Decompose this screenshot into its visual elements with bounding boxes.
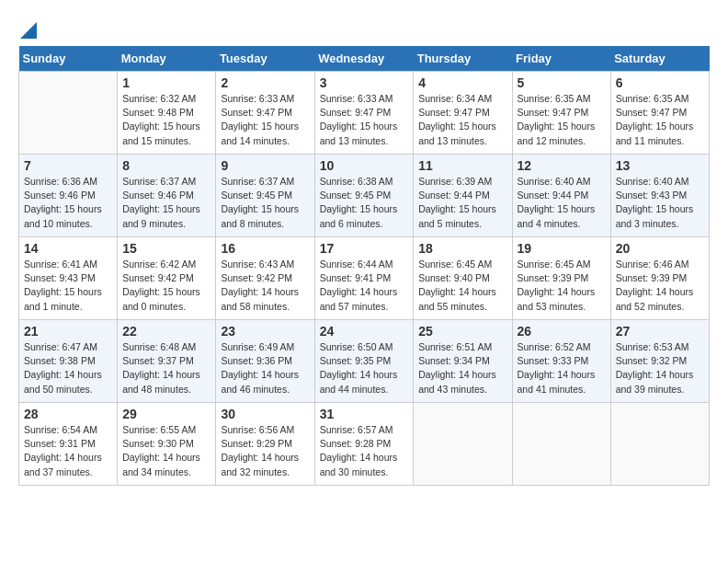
- day-number: 15: [122, 241, 210, 256]
- day-number: 25: [418, 324, 506, 339]
- day-info: Sunrise: 6:54 AM Sunset: 9:31 PM Dayligh…: [24, 423, 112, 479]
- calendar-day-cell: 21Sunrise: 6:47 AM Sunset: 9:38 PM Dayli…: [19, 320, 118, 403]
- day-info: Sunrise: 6:38 AM Sunset: 9:45 PM Dayligh…: [320, 175, 409, 231]
- calendar-day-cell: 4Sunrise: 6:34 AM Sunset: 9:47 PM Daylig…: [414, 72, 512, 155]
- day-info: Sunrise: 6:57 AM Sunset: 9:28 PM Dayligh…: [320, 423, 409, 479]
- day-info: Sunrise: 6:44 AM Sunset: 9:41 PM Dayligh…: [320, 258, 409, 314]
- calendar-day-cell: 10Sunrise: 6:38 AM Sunset: 9:45 PM Dayli…: [314, 155, 414, 237]
- calendar-week-row: 7Sunrise: 6:36 AM Sunset: 9:46 PM Daylig…: [19, 155, 710, 237]
- calendar-day-cell: 14Sunrise: 6:41 AM Sunset: 9:43 PM Dayli…: [19, 237, 118, 320]
- day-of-week-header: Wednesday: [314, 46, 414, 72]
- day-number: 2: [221, 75, 309, 90]
- day-number: 16: [221, 241, 309, 256]
- day-number: 22: [122, 324, 210, 339]
- calendar-day-cell: 25Sunrise: 6:51 AM Sunset: 9:34 PM Dayli…: [414, 320, 512, 403]
- calendar-day-cell: 6Sunrise: 6:35 AM Sunset: 9:47 PM Daylig…: [610, 72, 709, 155]
- calendar-header-row: SundayMondayTuesdayWednesdayThursdayFrid…: [19, 46, 710, 72]
- day-info: Sunrise: 6:37 AM Sunset: 9:45 PM Dayligh…: [221, 175, 309, 231]
- day-info: Sunrise: 6:41 AM Sunset: 9:43 PM Dayligh…: [24, 258, 112, 314]
- day-of-week-header: Tuesday: [216, 46, 314, 72]
- day-info: Sunrise: 6:48 AM Sunset: 9:37 PM Dayligh…: [122, 340, 210, 396]
- day-number: 20: [616, 241, 704, 256]
- day-info: Sunrise: 6:35 AM Sunset: 9:47 PM Dayligh…: [616, 92, 704, 148]
- day-number: 11: [418, 158, 506, 173]
- calendar-day-cell: 9Sunrise: 6:37 AM Sunset: 9:45 PM Daylig…: [216, 155, 314, 237]
- day-info: Sunrise: 6:46 AM Sunset: 9:39 PM Dayligh…: [616, 258, 704, 314]
- day-number: 1: [122, 75, 210, 90]
- day-info: Sunrise: 6:36 AM Sunset: 9:46 PM Dayligh…: [24, 175, 112, 231]
- day-info: Sunrise: 6:33 AM Sunset: 9:47 PM Dayligh…: [320, 92, 409, 148]
- calendar-day-cell: 11Sunrise: 6:39 AM Sunset: 9:44 PM Dayli…: [414, 155, 512, 237]
- day-info: Sunrise: 6:35 AM Sunset: 9:47 PM Dayligh…: [518, 92, 606, 148]
- day-number: 19: [518, 241, 606, 256]
- day-number: 24: [320, 324, 409, 339]
- day-info: Sunrise: 6:52 AM Sunset: 9:33 PM Dayligh…: [518, 340, 606, 396]
- day-number: 6: [616, 75, 704, 90]
- day-of-week-header: Friday: [512, 46, 610, 72]
- day-number: 17: [320, 241, 409, 256]
- calendar-day-cell: 8Sunrise: 6:37 AM Sunset: 9:46 PM Daylig…: [118, 155, 216, 237]
- calendar-day-cell: 17Sunrise: 6:44 AM Sunset: 9:41 PM Dayli…: [314, 237, 414, 320]
- day-number: 8: [122, 158, 210, 173]
- day-info: Sunrise: 6:50 AM Sunset: 9:35 PM Dayligh…: [320, 340, 409, 396]
- day-info: Sunrise: 6:39 AM Sunset: 9:44 PM Dayligh…: [418, 175, 506, 231]
- svg-marker-0: [20, 22, 37, 39]
- day-info: Sunrise: 6:43 AM Sunset: 9:42 PM Dayligh…: [221, 258, 309, 314]
- calendar-day-cell: 16Sunrise: 6:43 AM Sunset: 9:42 PM Dayli…: [216, 237, 314, 320]
- day-number: 26: [518, 324, 606, 339]
- calendar-day-cell: 1Sunrise: 6:32 AM Sunset: 9:48 PM Daylig…: [118, 72, 216, 155]
- day-number: 3: [320, 75, 409, 90]
- day-info: Sunrise: 6:45 AM Sunset: 9:40 PM Dayligh…: [418, 258, 506, 314]
- calendar-day-cell: 20Sunrise: 6:46 AM Sunset: 9:39 PM Dayli…: [610, 237, 709, 320]
- calendar-day-cell: 13Sunrise: 6:40 AM Sunset: 9:43 PM Dayli…: [610, 155, 709, 237]
- day-number: 12: [518, 158, 606, 173]
- logo-icon: [20, 18, 37, 39]
- calendar-day-cell: 12Sunrise: 6:40 AM Sunset: 9:44 PM Dayli…: [512, 155, 610, 237]
- calendar-day-cell: [610, 403, 709, 486]
- day-info: Sunrise: 6:45 AM Sunset: 9:39 PM Dayligh…: [518, 258, 606, 314]
- day-of-week-header: Monday: [118, 46, 216, 72]
- calendar-day-cell: [512, 403, 610, 486]
- day-number: 28: [24, 407, 112, 421]
- calendar-week-row: 21Sunrise: 6:47 AM Sunset: 9:38 PM Dayli…: [19, 320, 710, 403]
- calendar-day-cell: 19Sunrise: 6:45 AM Sunset: 9:39 PM Dayli…: [512, 237, 610, 320]
- day-number: 21: [24, 324, 112, 339]
- calendar-day-cell: 22Sunrise: 6:48 AM Sunset: 9:37 PM Dayli…: [118, 320, 216, 403]
- day-info: Sunrise: 6:42 AM Sunset: 9:42 PM Dayligh…: [122, 258, 210, 314]
- day-number: 18: [418, 241, 506, 256]
- day-info: Sunrise: 6:33 AM Sunset: 9:47 PM Dayligh…: [221, 92, 309, 148]
- calendar-table: SundayMondayTuesdayWednesdayThursdayFrid…: [18, 46, 710, 486]
- logo: [18, 18, 37, 37]
- calendar-day-cell: [414, 403, 512, 486]
- day-number: 31: [320, 407, 409, 421]
- calendar-day-cell: 27Sunrise: 6:53 AM Sunset: 9:32 PM Dayli…: [610, 320, 709, 403]
- day-of-week-header: Saturday: [610, 46, 709, 72]
- day-info: Sunrise: 6:34 AM Sunset: 9:47 PM Dayligh…: [418, 92, 506, 148]
- calendar-week-row: 28Sunrise: 6:54 AM Sunset: 9:31 PM Dayli…: [19, 403, 710, 486]
- day-of-week-header: Thursday: [414, 46, 512, 72]
- calendar-day-cell: 29Sunrise: 6:55 AM Sunset: 9:30 PM Dayli…: [118, 403, 216, 486]
- calendar-day-cell: 18Sunrise: 6:45 AM Sunset: 9:40 PM Dayli…: [414, 237, 512, 320]
- day-info: Sunrise: 6:55 AM Sunset: 9:30 PM Dayligh…: [122, 423, 210, 479]
- day-info: Sunrise: 6:37 AM Sunset: 9:46 PM Dayligh…: [122, 175, 210, 231]
- calendar-day-cell: 30Sunrise: 6:56 AM Sunset: 9:29 PM Dayli…: [216, 403, 314, 486]
- calendar-day-cell: 15Sunrise: 6:42 AM Sunset: 9:42 PM Dayli…: [118, 237, 216, 320]
- day-info: Sunrise: 6:40 AM Sunset: 9:44 PM Dayligh…: [518, 175, 606, 231]
- day-info: Sunrise: 6:32 AM Sunset: 9:48 PM Dayligh…: [122, 92, 210, 148]
- day-number: 23: [221, 324, 309, 339]
- day-info: Sunrise: 6:47 AM Sunset: 9:38 PM Dayligh…: [24, 340, 112, 396]
- day-info: Sunrise: 6:40 AM Sunset: 9:43 PM Dayligh…: [616, 175, 704, 231]
- calendar-day-cell: 5Sunrise: 6:35 AM Sunset: 9:47 PM Daylig…: [512, 72, 610, 155]
- calendar-day-cell: 26Sunrise: 6:52 AM Sunset: 9:33 PM Dayli…: [512, 320, 610, 403]
- day-number: 7: [24, 158, 112, 173]
- day-info: Sunrise: 6:53 AM Sunset: 9:32 PM Dayligh…: [616, 340, 704, 396]
- day-of-week-header: Sunday: [19, 46, 118, 72]
- day-number: 9: [221, 158, 309, 173]
- day-number: 10: [320, 158, 409, 173]
- calendar-week-row: 1Sunrise: 6:32 AM Sunset: 9:48 PM Daylig…: [19, 72, 710, 155]
- day-number: 30: [221, 407, 309, 421]
- day-info: Sunrise: 6:51 AM Sunset: 9:34 PM Dayligh…: [418, 340, 506, 396]
- calendar-day-cell: 23Sunrise: 6:49 AM Sunset: 9:36 PM Dayli…: [216, 320, 314, 403]
- day-number: 5: [518, 75, 606, 90]
- day-number: 29: [122, 407, 210, 421]
